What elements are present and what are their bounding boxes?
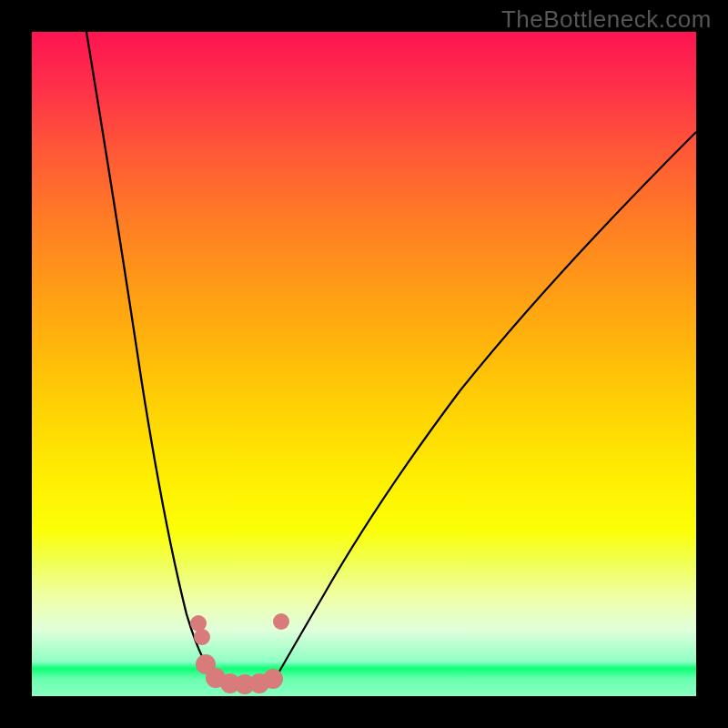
right-curve — [273, 132, 696, 682]
dot — [194, 629, 210, 645]
left-curve — [86, 32, 220, 683]
curve-overlay — [32, 32, 696, 696]
chart-container: TheBottleneck.com — [0, 0, 728, 728]
dot-cluster — [190, 613, 289, 694]
watermark-text: TheBottleneck.com — [501, 5, 712, 34]
dot — [263, 669, 283, 689]
plot-area — [32, 32, 696, 696]
dot — [273, 613, 289, 630]
